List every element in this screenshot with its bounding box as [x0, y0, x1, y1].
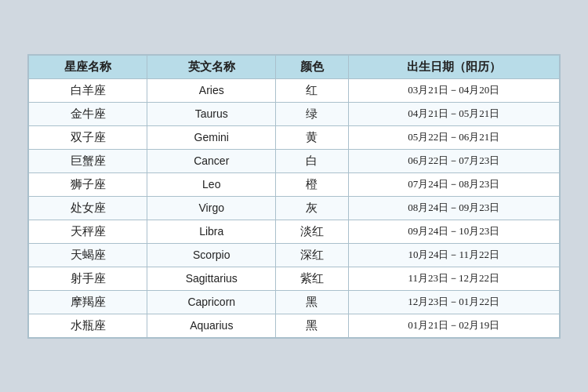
cell-chinese: 狮子座	[29, 172, 147, 196]
table-row: 巨蟹座Cancer白06月22日－07月23日	[29, 149, 560, 172]
cell-date: 07月24日－08月23日	[348, 172, 560, 196]
cell-chinese: 天秤座	[29, 220, 147, 243]
header-row: 星座名称 英文名称 颜色 出生日期（阳历）	[29, 55, 560, 78]
table-row: 处女座Virgo灰08月24日－09月23日	[29, 196, 560, 220]
zodiac-table-container: 星座名称 英文名称 颜色 出生日期（阳历） 白羊座Aries红03月21日－04…	[27, 54, 561, 339]
cell-date: 04月21日－05月21日	[348, 102, 560, 125]
cell-chinese: 处女座	[29, 196, 147, 220]
cell-chinese: 摩羯座	[29, 290, 147, 314]
cell-date: 01月21日－02月19日	[348, 314, 560, 337]
cell-chinese: 水瓶座	[29, 314, 147, 337]
table-row: 金牛座Taurus绿04月21日－05月21日	[29, 102, 560, 125]
table-row: 摩羯座Capricorn黑12月23日－01月22日	[29, 290, 560, 314]
cell-english: Leo	[147, 172, 276, 196]
cell-date: 09月24日－10月23日	[348, 220, 560, 243]
table-row: 天蝎座Scorpio深红10月24日－11月22日	[29, 243, 560, 267]
cell-english: Sagittarius	[147, 267, 276, 290]
cell-english: Aries	[147, 78, 276, 102]
zodiac-table: 星座名称 英文名称 颜色 出生日期（阳历） 白羊座Aries红03月21日－04…	[28, 55, 560, 338]
cell-date: 10月24日－11月22日	[348, 243, 560, 267]
table-body: 白羊座Aries红03月21日－04月20日金牛座Taurus绿04月21日－0…	[29, 78, 560, 337]
table-row: 射手座Sagittarius紫红11月23日－12月22日	[29, 267, 560, 290]
cell-english: Gemini	[147, 125, 276, 149]
cell-english: Virgo	[147, 196, 276, 220]
table-row: 狮子座Leo橙07月24日－08月23日	[29, 172, 560, 196]
cell-color: 绿	[276, 102, 348, 125]
cell-date: 11月23日－12月22日	[348, 267, 560, 290]
cell-chinese: 射手座	[29, 267, 147, 290]
cell-chinese: 天蝎座	[29, 243, 147, 267]
cell-color: 黑	[276, 314, 348, 337]
cell-chinese: 双子座	[29, 125, 147, 149]
cell-color: 灰	[276, 196, 348, 220]
cell-date: 12月23日－01月22日	[348, 290, 560, 314]
table-row: 双子座Gemini黄05月22日－06月21日	[29, 125, 560, 149]
cell-color: 紫红	[276, 267, 348, 290]
cell-chinese: 白羊座	[29, 78, 147, 102]
cell-color: 红	[276, 78, 348, 102]
cell-english: Scorpio	[147, 243, 276, 267]
cell-color: 黑	[276, 290, 348, 314]
table-row: 天秤座Libra淡红09月24日－10月23日	[29, 220, 560, 243]
col-chinese: 星座名称	[29, 55, 147, 78]
cell-color: 橙	[276, 172, 348, 196]
cell-english: Cancer	[147, 149, 276, 172]
cell-english: Libra	[147, 220, 276, 243]
table-row: 水瓶座Aquarius黑01月21日－02月19日	[29, 314, 560, 337]
col-english: 英文名称	[147, 55, 276, 78]
cell-chinese: 巨蟹座	[29, 149, 147, 172]
cell-date: 06月22日－07月23日	[348, 149, 560, 172]
cell-chinese: 金牛座	[29, 102, 147, 125]
cell-date: 08月24日－09月23日	[348, 196, 560, 220]
cell-english: Aquarius	[147, 314, 276, 337]
table-header: 星座名称 英文名称 颜色 出生日期（阳历）	[29, 55, 560, 78]
cell-english: Capricorn	[147, 290, 276, 314]
cell-color: 黄	[276, 125, 348, 149]
col-date: 出生日期（阳历）	[348, 55, 560, 78]
col-color: 颜色	[276, 55, 348, 78]
cell-date: 05月22日－06月21日	[348, 125, 560, 149]
cell-english: Taurus	[147, 102, 276, 125]
table-row: 白羊座Aries红03月21日－04月20日	[29, 78, 560, 102]
cell-color: 深红	[276, 243, 348, 267]
cell-date: 03月21日－04月20日	[348, 78, 560, 102]
cell-color: 淡红	[276, 220, 348, 243]
cell-color: 白	[276, 149, 348, 172]
